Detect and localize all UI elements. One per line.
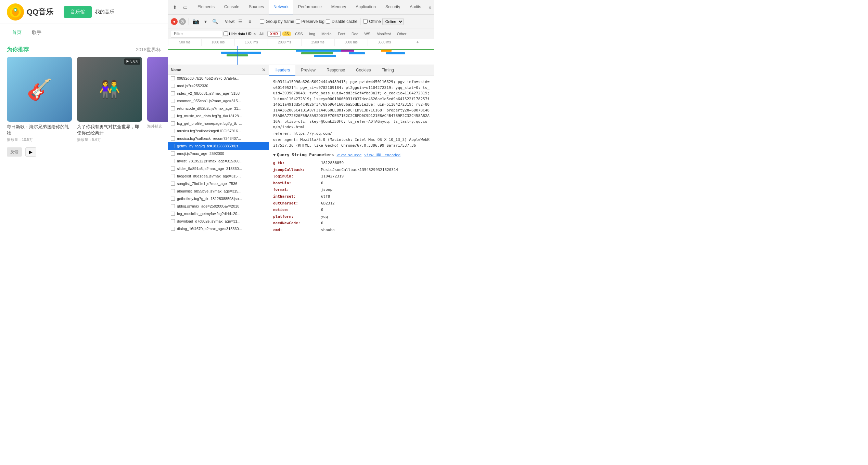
preserve-log-label[interactable]: Preserve log (296, 19, 324, 24)
file-item[interactable]: 09892dd0-7b10-45b2-a97c-37ab4a... (168, 75, 269, 82)
tab-application[interactable]: Application (351, 0, 381, 14)
panel-tab-timing[interactable]: Timing (376, 65, 399, 76)
file-item[interactable]: returncode_df82b2c.js?max_age=31... (168, 105, 269, 112)
filter-input[interactable] (171, 30, 222, 38)
file-item[interactable]: mod.js?r=2552330 (168, 82, 269, 90)
hide-data-urls-checkbox[interactable] (224, 31, 228, 36)
panel-tab-preview[interactable]: Preview (295, 65, 321, 76)
file-checkbox[interactable] (171, 212, 175, 216)
card-1[interactable]: 👫 ▶ 5.6万 为了你我有勇气对抗全世界，即使你已经离开 播放量：5.6万 (77, 57, 142, 142)
filter-ws[interactable]: WS (362, 31, 373, 36)
offline-label[interactable]: Offline (363, 19, 381, 24)
view-source-link[interactable]: view source (336, 153, 361, 157)
file-item[interactable]: albumlist_bb55b9e.js?max_age=315... (168, 187, 269, 195)
more-tabs-button[interactable]: » (426, 4, 434, 10)
card-0[interactable]: 🎸 每日新歌：海尔兄弟送给你的礼物 播放量：10.5万 (7, 57, 72, 142)
file-item[interactable]: download_d7c802e.js?max_age=31... (168, 217, 269, 225)
file-checkbox[interactable] (171, 174, 175, 178)
clear-button[interactable]: ⊘ (179, 18, 186, 25)
close-panel-icon[interactable]: ✕ (262, 67, 266, 72)
file-checkbox[interactable] (171, 76, 175, 80)
throttle-select[interactable]: Online (382, 18, 404, 25)
file-item[interactable]: musicu.fcg?callback=getUCGI57916... (168, 127, 269, 135)
filter-doc[interactable]: Doc (349, 31, 361, 36)
card-2[interactable]: 🌏 海外精选 (147, 57, 168, 142)
offline-checkbox[interactable] (363, 19, 368, 24)
file-checkbox[interactable] (171, 114, 175, 118)
file-checkbox[interactable] (171, 159, 175, 163)
file-checkbox[interactable] (171, 197, 175, 201)
file-item[interactable]: fcg_get_profile_homepage.fcg?g_tk=... (168, 120, 269, 127)
view-waterfall-icon[interactable]: ≡ (246, 17, 254, 26)
file-item[interactable]: getmv_by_tag?g_tk=1812838859&js... (168, 142, 269, 150)
cursor-icon[interactable]: ⬆ (171, 3, 179, 11)
tab-memory[interactable]: Memory (327, 0, 351, 14)
tab-audits[interactable]: Audits (405, 0, 426, 14)
filter-other[interactable]: Other (395, 31, 409, 36)
filter-icon[interactable]: ▾ (201, 17, 209, 26)
file-checkbox[interactable] (171, 167, 175, 171)
tab-console[interactable]: Console (219, 0, 244, 14)
tab-elements[interactable]: Elements (193, 0, 219, 14)
tab-sources[interactable]: Sources (244, 0, 269, 14)
file-item[interactable]: songlist_7fbd1e1.js?max_age=7536 (168, 180, 269, 187)
group-by-frame-checkbox[interactable] (260, 19, 264, 24)
file-checkbox[interactable] (171, 99, 175, 103)
file-checkbox[interactable] (171, 121, 175, 125)
file-checkbox[interactable] (171, 91, 175, 95)
panel-tab-cookies[interactable]: Cookies (350, 65, 376, 76)
feedback-button[interactable]: 反馈 (7, 147, 22, 157)
file-checkbox[interactable] (171, 84, 175, 88)
video-button[interactable]: ▶ (25, 147, 36, 157)
disable-cache-label[interactable]: Disable cache (326, 19, 357, 24)
file-item[interactable]: slider_9a891a6.js?max_age=315360... (168, 165, 269, 172)
view-list-icon[interactable]: ☰ (236, 17, 244, 26)
file-checkbox[interactable] (171, 136, 175, 141)
record-button[interactable]: ● (171, 18, 178, 25)
file-checkbox[interactable] (171, 144, 175, 148)
file-item[interactable]: gethotkey.fcg?g_tk=1812838859&jso... (168, 195, 269, 202)
disable-cache-checkbox[interactable] (326, 19, 330, 24)
file-checkbox[interactable] (171, 227, 175, 231)
file-checkbox[interactable] (171, 151, 175, 156)
filter-font[interactable]: Font (335, 31, 348, 36)
music-hall-button[interactable]: 音乐馆 (64, 6, 92, 18)
filter-manifest[interactable]: Manifest (374, 31, 393, 36)
filter-media[interactable]: Media (319, 31, 334, 36)
group-by-frame-label[interactable]: Group by frame (260, 19, 294, 24)
file-item[interactable]: emoji.js?max_age=2592000 (168, 150, 269, 157)
filter-all[interactable]: All (257, 31, 266, 36)
nav-home[interactable]: 首页 (12, 29, 22, 36)
filter-img[interactable]: Img (307, 31, 318, 36)
preserve-log-checkbox[interactable] (296, 19, 300, 24)
file-checkbox[interactable] (171, 219, 175, 223)
file-checkbox[interactable] (171, 204, 175, 208)
file-item[interactable]: common_955cab1.js?max_age=315... (168, 97, 269, 105)
panel-tab-headers[interactable]: Headers (269, 65, 295, 76)
file-item[interactable]: index_v2_9fb0d81.js?max_age=3153 (168, 90, 269, 97)
file-checkbox[interactable] (171, 189, 175, 193)
mobile-icon[interactable]: ▭ (181, 3, 189, 11)
hide-data-urls-label[interactable]: Hide data URLs (224, 31, 256, 36)
file-item[interactable]: fcg_musiclist_getmyfav.fcg?dirid=20... (168, 210, 269, 217)
file-item[interactable]: fcg_music_red_dota.fcg?g_tk=18128... (168, 112, 269, 120)
panel-tab-response[interactable]: Response (321, 65, 350, 76)
file-checkbox[interactable] (171, 182, 175, 186)
file-item[interactable]: taogelist_d8e1dea.js?max_age=315... (168, 172, 269, 180)
file-item[interactable]: musicu.fcg?callback=recom7343407... (168, 135, 269, 142)
tab-performance[interactable]: Performance (293, 0, 327, 14)
file-item[interactable]: dialog_16f4670.js?max_age=315360... (168, 225, 269, 232)
filter-css[interactable]: CSS (293, 31, 305, 36)
filter-js[interactable]: JS (282, 31, 291, 36)
nav-artist[interactable]: 歌手 (32, 29, 41, 36)
file-checkbox[interactable] (171, 129, 175, 133)
file-item[interactable]: qblog.js?max_age=2592000&v=2018 (168, 202, 269, 210)
filter-xhr[interactable]: XHR (267, 31, 281, 37)
file-item[interactable]: mvlist_7819512.js?max_age=315360... (168, 157, 269, 165)
view-url-encoded-link[interactable]: view URL encoded (364, 153, 400, 157)
camera-button[interactable]: 📷 (192, 17, 200, 26)
tab-network[interactable]: Network (269, 0, 293, 14)
search-icon[interactable]: 🔍 (211, 17, 219, 26)
file-checkbox[interactable] (171, 106, 175, 110)
tab-security[interactable]: Security (381, 0, 405, 14)
